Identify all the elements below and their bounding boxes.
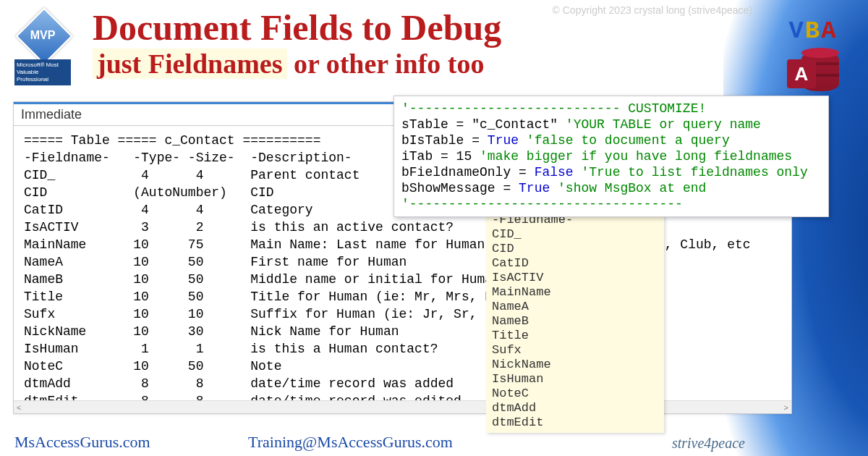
mvp-diamond-text: MVP <box>14 29 71 42</box>
vba-text: VBA <box>787 17 839 45</box>
scroll-right-icon[interactable]: > <box>784 403 788 412</box>
subtitle-rest: or other info too <box>287 48 485 79</box>
footer-signature: strive4peace <box>672 435 745 452</box>
fieldname-list-panel: ===== Table = c_Contact -Fieldname- CID_… <box>486 195 664 433</box>
footer-link-site[interactable]: MsAccessGurus.com <box>14 433 150 451</box>
page-subtitle: just Fieldnames or other info too <box>93 50 854 79</box>
footer: MsAccessGurus.com Training@MsAccessGurus… <box>14 433 854 452</box>
horizontal-scrollbar[interactable]: < > <box>14 400 791 413</box>
subtitle-highlight: just Fieldnames <box>93 48 287 79</box>
copyright-text: © Copyright 2023 crystal long (strive4pe… <box>553 4 752 16</box>
access-letter: A <box>787 59 816 88</box>
mvp-badge: MVP Microsoft® Most Valuable Professiona… <box>14 13 71 85</box>
scroll-left-icon[interactable]: < <box>17 403 21 412</box>
footer-link-email[interactable]: Training@MsAccessGurus.com <box>248 433 453 451</box>
vba-access-logo: VBA A <box>787 17 839 94</box>
code-snippet-panel: '--------------------------- CUSTOMIZE! … <box>393 96 829 217</box>
mvp-label: Microsoft® Most Valuable Professional <box>14 59 71 85</box>
title-block: Document Fields to Debug just Fieldnames… <box>93 9 854 78</box>
access-icon: A <box>787 49 839 94</box>
